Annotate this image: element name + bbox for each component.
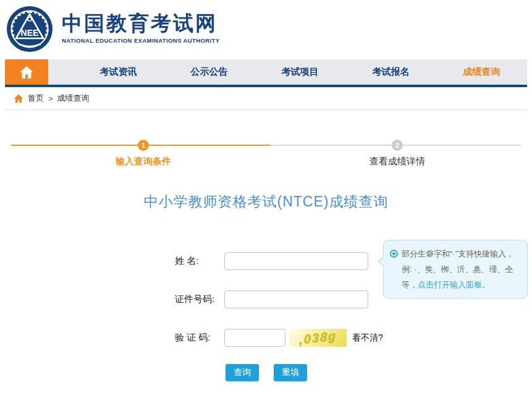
reset-button[interactable]: 重填 [274, 364, 307, 381]
name-label: 姓 名: [175, 255, 219, 267]
captcha-input[interactable] [224, 329, 285, 347]
nav-item-exam-programs[interactable]: 考试项目 [255, 59, 345, 85]
site-header: NEE 中国教育考试网 NATIONAL EDUCATION EXAMINATI… [0, 0, 532, 59]
main-navbar: 考试资讯 公示公告 考试项目 考试报名 成绩查询 [5, 59, 527, 87]
nav-items: 考试资讯 公示公告 考试项目 考试报名 成绩查询 [48, 59, 527, 85]
form-buttons: 查询 重填 [226, 364, 532, 381]
captcha-row: 验 证 码: ,038g 看不清? [175, 329, 532, 347]
id-number-label: 证件号码: [175, 294, 219, 305]
step-1-label: 输入查询条件 [94, 156, 193, 167]
page-title: 中小学教师资格考试(NTCE)成绩查询 [0, 192, 532, 211]
id-number-input[interactable] [224, 290, 368, 308]
radio-dot-icon [390, 250, 398, 258]
breadcrumb-separator: > [48, 94, 53, 103]
step-2-circle: 2 [392, 140, 403, 151]
breadcrumb-home-link[interactable]: 首页 [28, 93, 44, 104]
tooltip-content: 部分生僻字和“·”支持快捷输入，例: ·、奘、栁、沂、惪、瑾、仝等，点击打开输入… [390, 246, 521, 292]
site-title: 中国教育考试网 [62, 12, 219, 35]
captcha-refresh-link[interactable]: 看不清? [352, 333, 383, 344]
captcha-label: 验 证 码: [175, 332, 219, 344]
name-input[interactable] [224, 252, 368, 270]
brand-text: 中国教育考试网 NATIONAL EDUCATION EXAMINATIONS … [62, 6, 219, 44]
step-indicator: 1 2 输入查询条件 查看成绩详情 [0, 110, 532, 172]
nav-item-exam-registration[interactable]: 考试报名 [345, 59, 436, 85]
nav-home-button[interactable] [5, 59, 48, 85]
step-1-circle: 1 [138, 140, 149, 151]
nav-item-public-notice[interactable]: 公示公告 [164, 59, 255, 85]
breadcrumb-current: 成绩查询 [57, 93, 90, 104]
site-title-english: NATIONAL EDUCATION EXAMINATIONS AUTHORIT… [62, 37, 219, 44]
nav-item-score-query[interactable]: 成绩查询 [436, 59, 527, 85]
breadcrumb: 首页 > 成绩查询 [5, 87, 527, 110]
breadcrumb-home-icon [14, 94, 23, 103]
nav-item-exam-news[interactable]: 考试资讯 [73, 59, 164, 85]
svg-text:NEE: NEE [21, 28, 39, 38]
captcha-image[interactable]: ,038g [289, 329, 347, 347]
neea-logo: NEE [6, 6, 53, 53]
captcha-image-text: ,038g [299, 329, 337, 347]
tooltip-text: 部分生僻字和“·”支持快捷输入，例: ·、奘、栁、沂、惪、瑾、仝等，点击打开输入… [402, 246, 521, 292]
neea-emblem-icon: NEE [6, 6, 53, 53]
step-2-label: 查看成绩详情 [348, 156, 447, 167]
home-icon [19, 66, 34, 79]
query-button[interactable]: 查询 [226, 364, 259, 381]
page: NEE 中国教育考试网 NATIONAL EDUCATION EXAMINATI… [0, 0, 532, 411]
open-input-panel-link[interactable]: 点击打开输入面板。 [418, 280, 490, 289]
rare-character-tooltip: 部分生僻字和“·”支持快捷输入，例: ·、奘、栁、沂、惪、瑾、仝等，点击打开输入… [383, 240, 528, 299]
